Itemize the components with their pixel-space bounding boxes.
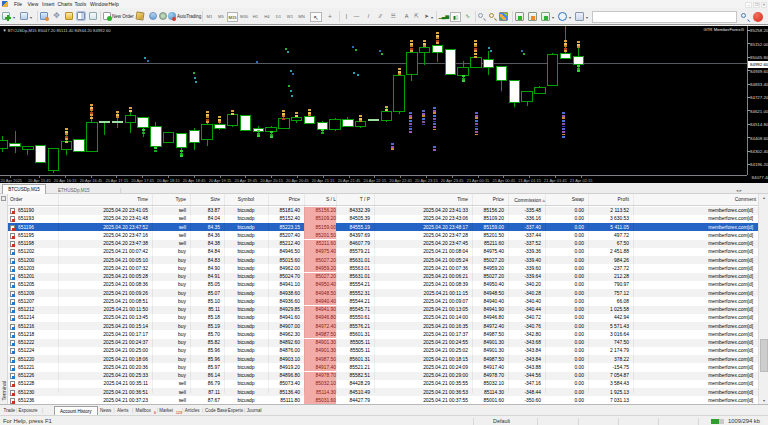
svg-text:84833.40: 84833.40 [750,82,768,87]
svg-text:84077.40: 84077.40 [752,175,768,180]
svg-text:84939.60: 84939.60 [750,69,768,74]
svg-text:85152.00: 85152.00 [750,42,768,47]
svg-text:84408.60: 84408.60 [750,136,768,141]
svg-text:84727.20: 84727.20 [750,95,768,100]
svg-text:▼ BTCUSDp,M15 85047.20 85111.: ▼ BTCUSDp,M15 85047.20 85111.40 84944.20… [3,28,112,33]
svg-text:84514.80: 84514.80 [750,122,768,127]
svg-text:85258.20: 85258.20 [750,28,768,33]
svg-text:85045.80: 85045.80 [750,55,768,60]
svg-text:84992.60: 84992.60 [750,62,768,67]
svg-text:GTR MemberForex⊙: GTR MemberForex⊙ [703,27,744,32]
svg-text:84302.40: 84302.40 [750,149,768,154]
svg-text:84621.00: 84621.00 [750,109,768,114]
svg-text:84196.20: 84196.20 [750,162,768,167]
